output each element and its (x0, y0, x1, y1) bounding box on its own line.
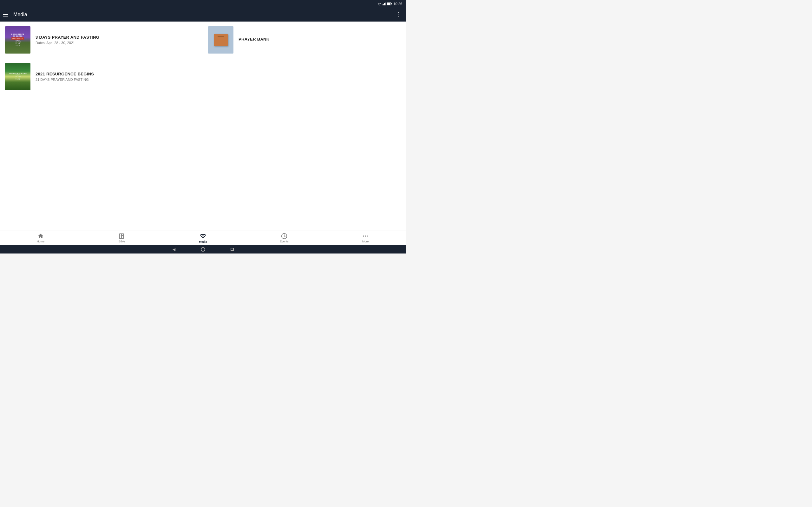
media-item-subtitle: Dates: April 28 - 30, 2021 (36, 41, 198, 45)
prayer-bank-box (214, 34, 228, 46)
nav-label-more: More (362, 240, 369, 243)
media-item-title: PRAYER BANK (239, 37, 401, 42)
app-title: Media (13, 12, 390, 17)
nav-item-bible[interactable]: Bible (81, 230, 162, 245)
status-bar: 10:26 (0, 0, 406, 8)
svg-rect-2 (384, 3, 385, 5)
battery-icon (387, 2, 392, 5)
hamburger-menu-icon[interactable] (3, 13, 8, 16)
home-icon (38, 233, 44, 239)
svg-point-13 (365, 235, 366, 236)
back-button[interactable]: ◀ (172, 247, 175, 251)
app-bar: Media ⋮ (0, 8, 406, 21)
recent-apps-button[interactable] (231, 248, 234, 251)
svg-rect-5 (387, 3, 391, 5)
svg-rect-0 (383, 4, 383, 5)
nav-item-events[interactable]: Events (244, 230, 325, 245)
media-item-info: PRAYER BANK (239, 37, 401, 43)
signal-icon (383, 2, 386, 5)
home-button[interactable] (201, 247, 205, 251)
nav-label-media: Media (199, 240, 207, 243)
thumbnail-resurgence-begins: RESURGENCE BEGINS PRAYER5:30 - 7 AM12 - … (5, 63, 31, 90)
svg-rect-1 (384, 4, 384, 5)
more-dots-icon (362, 233, 368, 239)
list-item[interactable]: RESURGENCE BEGINS PRAYER5:30 - 7 AM12 - … (0, 58, 203, 95)
nav-item-home[interactable]: Home (0, 230, 81, 245)
svg-rect-3 (385, 3, 386, 5)
media-grid: RESURGENCEOF GRACE APRIL 28-30, 2021 PRA… (0, 21, 406, 95)
system-navigation-bar: ◀ (0, 245, 406, 253)
content-area: RESURGENCEOF GRACE APRIL 28-30, 2021 PRA… (0, 21, 406, 230)
thumbnail-resurgence-grace: RESURGENCEOF GRACE APRIL 28-30, 2021 PRA… (5, 26, 31, 54)
media-item-info: 3 DAYS PRAYER AND FASTING Dates: April 2… (36, 35, 198, 45)
media-item-subtitle: 21 DAYS PRAYER AND FASTING (36, 78, 198, 81)
events-icon (281, 233, 287, 239)
list-item[interactable]: RESURGENCEOF GRACE APRIL 28-30, 2021 PRA… (0, 21, 203, 58)
list-item[interactable]: PRAYER BANK (203, 21, 406, 58)
svg-point-12 (363, 235, 364, 236)
nav-label-home: Home (37, 240, 44, 243)
bible-icon (119, 233, 125, 239)
nav-item-more[interactable]: More (325, 230, 406, 245)
nav-label-bible: Bible (119, 240, 125, 243)
status-icons: 10:26 (377, 2, 402, 6)
wifi-icon (377, 2, 381, 5)
svg-point-14 (367, 235, 368, 236)
media-item-title: 3 DAYS PRAYER AND FASTING (36, 35, 198, 40)
svg-rect-6 (392, 3, 392, 4)
media-icon (200, 233, 206, 239)
media-item-info: 2021 RESURGENCE BEGINS 21 DAYS PRAYER AN… (36, 72, 198, 81)
empty-cell (203, 58, 406, 95)
thumbnail-prayer-bank (208, 26, 234, 54)
media-item-title: 2021 RESURGENCE BEGINS (36, 72, 198, 76)
status-time: 10:26 (393, 2, 402, 6)
overflow-menu-icon[interactable]: ⋮ (395, 10, 403, 19)
nav-item-media[interactable]: Media (162, 230, 244, 245)
bottom-navigation: Home Bible Media Events (0, 230, 406, 245)
nav-label-events: Events (280, 240, 289, 243)
